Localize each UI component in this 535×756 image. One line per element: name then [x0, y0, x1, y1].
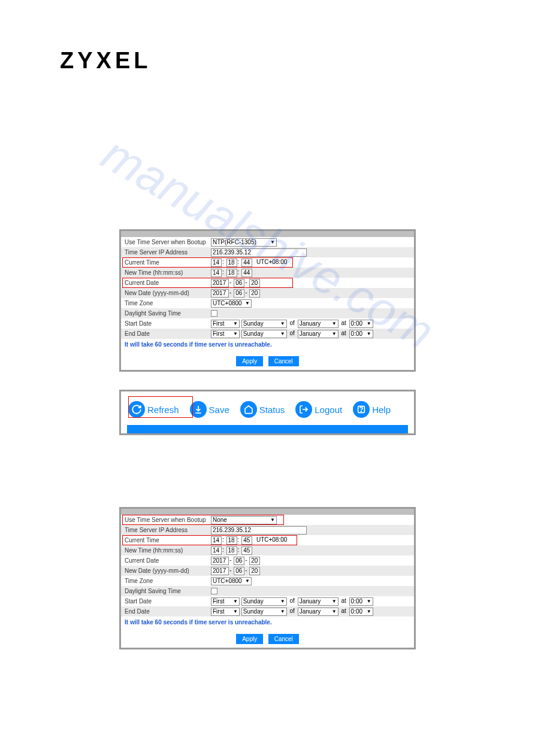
- text-at: at: [340, 330, 347, 336]
- time-settings-panel-1: Use Time Server when Bootup NTP(RFC-1305…: [119, 229, 416, 372]
- label-new-time: New Time (hh:mm:ss): [121, 545, 210, 555]
- select-start-month[interactable]: January: [298, 597, 338, 606]
- select-end-month[interactable]: January: [298, 608, 338, 616]
- label-new-date: New Date (yyyy-mm-dd): [121, 566, 210, 576]
- current-time-sec: 45: [241, 536, 252, 545]
- row-dst: Daylight Saving Time: [121, 586, 414, 596]
- highlight-refresh: [128, 396, 193, 418]
- row-time-server-ip: Time Server IP Address 216.239.35.12: [121, 525, 414, 535]
- note-unreachable: It will take 60 seconds if time server i…: [121, 617, 414, 628]
- note-unreachable: It will take 60 seconds if time server i…: [121, 339, 414, 350]
- label-new-date: New Date (yyyy-mm-dd): [121, 288, 210, 298]
- row-dst: Daylight Saving Time: [121, 308, 414, 318]
- current-time-hour: 14: [211, 259, 222, 267]
- current-time-sec: 44: [241, 259, 252, 267]
- new-date-year[interactable]: 2017: [211, 289, 229, 297]
- row-new-time: New Time (hh:mm:ss) 14: 18: 44: [121, 268, 414, 278]
- new-time-min[interactable]: 18: [226, 269, 237, 277]
- label-current-time: Current Time: [121, 535, 210, 545]
- row-new-date: New Date (yyyy-mm-dd) 2017- 06- 20: [121, 566, 414, 576]
- row-current-date: Current Date 2017- 06- 20: [121, 278, 414, 288]
- select-use-time-server[interactable]: NTP(RFC-1305): [211, 238, 277, 247]
- current-time-tz: UTC+08:00: [254, 536, 287, 543]
- current-date-day: 20: [249, 279, 260, 287]
- text-of: of: [289, 320, 296, 326]
- select-start-time[interactable]: 0:00: [349, 320, 373, 328]
- current-date-day: 20: [249, 557, 260, 565]
- text-of: of: [289, 330, 296, 336]
- select-end-time[interactable]: 0:00: [349, 330, 373, 338]
- status-icon: [240, 401, 257, 418]
- select-start-ordinal[interactable]: First: [211, 597, 240, 606]
- brand-logo: ZYXEL: [60, 48, 475, 74]
- select-end-dow[interactable]: Sunday: [241, 330, 287, 338]
- select-start-dow[interactable]: Sunday: [241, 320, 287, 328]
- select-start-time[interactable]: 0:00: [349, 597, 373, 606]
- label-new-time: New Time (hh:mm:ss): [121, 268, 210, 278]
- label-end-date: End Date: [121, 606, 210, 617]
- select-start-dow[interactable]: Sunday: [241, 597, 287, 606]
- text-of: of: [289, 597, 296, 604]
- new-date-day[interactable]: 20: [249, 289, 260, 297]
- checkbox-dst[interactable]: [211, 310, 217, 317]
- text-of: of: [289, 608, 296, 614]
- apply-button[interactable]: Apply: [236, 634, 263, 644]
- new-date-day[interactable]: 20: [249, 567, 260, 575]
- select-end-time[interactable]: 0:00: [349, 608, 373, 616]
- current-time-hour: 14: [211, 536, 222, 545]
- label-time-server-ip: Time Server IP Address: [121, 247, 210, 257]
- label-current-time: Current Time: [121, 257, 210, 268]
- select-time-zone[interactable]: UTC+0800: [211, 299, 252, 308]
- label-dst: Daylight Saving Time: [121, 308, 210, 318]
- select-end-dow[interactable]: Sunday: [241, 608, 287, 616]
- cancel-button[interactable]: Cancel: [268, 634, 299, 644]
- row-time-zone: Time Zone UTC+0800: [121, 576, 414, 586]
- cancel-button[interactable]: Cancel: [268, 356, 299, 366]
- logout-icon: [295, 401, 312, 418]
- logout-label: Logout: [315, 405, 342, 415]
- status-button[interactable]: Status: [240, 401, 285, 418]
- checkbox-dst[interactable]: [211, 588, 217, 594]
- help-label: Help: [372, 405, 391, 415]
- select-start-month[interactable]: January: [298, 320, 338, 328]
- select-end-month[interactable]: January: [298, 330, 338, 338]
- save-button[interactable]: Save: [190, 401, 229, 418]
- label-time-server-ip: Time Server IP Address: [121, 525, 210, 535]
- new-time-hour[interactable]: 14: [211, 269, 222, 277]
- help-button[interactable]: Help: [353, 401, 391, 418]
- input-time-server-ip[interactable]: 216.239.35.12: [211, 526, 307, 535]
- apply-button[interactable]: Apply: [236, 356, 263, 366]
- select-end-ordinal[interactable]: First: [211, 330, 240, 338]
- settings-table: Use Time Server when Bootup None Time Se…: [121, 515, 414, 617]
- logout-button[interactable]: Logout: [295, 401, 342, 418]
- new-date-month[interactable]: 06: [234, 289, 244, 297]
- select-end-ordinal[interactable]: First: [211, 608, 240, 616]
- label-use-time-server: Use Time Server when Bootup: [121, 237, 210, 247]
- label-dst: Daylight Saving Time: [121, 586, 210, 596]
- current-date-year: 2017: [211, 279, 229, 287]
- select-use-time-server[interactable]: None: [211, 516, 277, 524]
- current-date-month: 06: [234, 557, 244, 565]
- panel-header-bar: [121, 231, 414, 237]
- row-time-zone: Time Zone UTC+0800: [121, 298, 414, 308]
- row-start-date: Start Date First Sunday of January at 0:…: [121, 318, 414, 329]
- select-start-ordinal[interactable]: First: [211, 320, 240, 328]
- label-use-time-server: Use Time Server when Bootup: [121, 515, 210, 525]
- row-use-time-server: Use Time Server when Bootup NTP(RFC-1305…: [121, 237, 414, 247]
- panel-header-bar: [121, 509, 414, 515]
- row-end-date: End Date First Sunday of January at 0:00: [121, 606, 414, 617]
- row-time-server-ip: Time Server IP Address 216.239.35.12: [121, 247, 414, 257]
- new-time-min[interactable]: 18: [226, 546, 237, 555]
- toolbar-footer-bar: [127, 425, 408, 433]
- new-time-sec[interactable]: 44: [241, 269, 252, 277]
- input-time-server-ip[interactable]: 216.239.35.12: [211, 248, 307, 257]
- new-date-month[interactable]: 06: [234, 567, 244, 575]
- label-end-date: End Date: [121, 329, 210, 339]
- new-time-sec[interactable]: 45: [241, 546, 252, 555]
- row-start-date: Start Date First Sunday of January at 0:…: [121, 596, 414, 606]
- new-date-year[interactable]: 2017: [211, 567, 229, 575]
- select-time-zone[interactable]: UTC+0800: [211, 577, 252, 585]
- new-time-hour[interactable]: 14: [211, 546, 222, 555]
- label-start-date: Start Date: [121, 596, 210, 606]
- text-at: at: [340, 320, 347, 326]
